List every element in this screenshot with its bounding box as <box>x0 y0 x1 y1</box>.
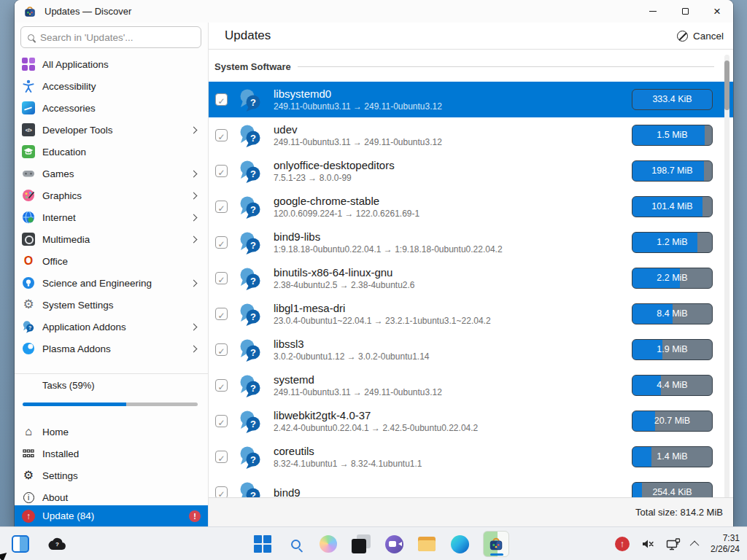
scrollbar-thumb[interactable] <box>724 61 729 110</box>
dark-app-icon <box>352 534 371 553</box>
download-size-badge[interactable]: 2.2 MiB <box>632 268 713 289</box>
minimize-button[interactable] <box>637 0 669 23</box>
checkbox-checked[interactable] <box>215 93 228 106</box>
section-title: System Software <box>214 61 291 72</box>
volume-muted-icon[interactable] <box>641 538 654 550</box>
maximize-button[interactable] <box>669 0 701 23</box>
checkbox-checked[interactable] <box>215 415 228 427</box>
footer-bar: Total size: 814.2 MiB <box>209 497 733 526</box>
sidebar-item-accessories[interactable]: Accessories <box>15 97 208 119</box>
title-bar: Updates — Discover × <box>15 0 733 23</box>
chevron-right-icon <box>190 345 198 352</box>
taskbar-search-button[interactable] <box>286 534 305 553</box>
chevron-right-icon <box>190 170 198 177</box>
checkbox-checked[interactable] <box>215 379 228 392</box>
sidebar-item-games[interactable]: Games <box>15 163 208 184</box>
widgets-icon[interactable] <box>12 535 29 553</box>
copilot-button[interactable] <box>319 534 338 553</box>
checkbox-checked[interactable] <box>215 451 228 463</box>
update-row-systemd[interactable]: systemd 249.11-0ubuntu3.11 → 249.11-0ubu… <box>209 368 733 403</box>
package-name: libssl3 <box>274 337 632 351</box>
search-input[interactable] <box>40 32 194 43</box>
download-size-badge[interactable]: 198.7 MiB <box>632 160 713 182</box>
checkbox-checked[interactable] <box>215 486 228 497</box>
section-header: System Software <box>214 59 714 74</box>
checkbox-checked[interactable] <box>215 308 228 320</box>
download-size-badge[interactable]: 254.4 KiB <box>632 482 713 497</box>
cancel-button[interactable]: Cancel <box>677 31 724 42</box>
update-row-libgl1-mesa-dri[interactable]: libgl1-mesa-dri 23.0.4-0ubuntu1~22.04.1 … <box>209 296 733 332</box>
download-size-badge[interactable]: 1.9 MiB <box>632 339 713 360</box>
checkbox-checked[interactable] <box>215 201 228 213</box>
package-versions: 3.0.2-0ubuntu1.12 → 3.0.2-0ubuntu1.14 <box>274 351 632 362</box>
sidebar-item-application-addons[interactable]: Application Addons <box>15 316 208 338</box>
edge-button[interactable] <box>450 534 469 553</box>
category-label: Plasma Addons <box>42 343 191 354</box>
download-size-badge[interactable]: 20.7 MiB <box>632 411 713 432</box>
weather-cloud-icon[interactable]: ? <box>48 536 67 552</box>
active-app-indicator <box>490 553 503 556</box>
sidebar-item-settings[interactable]: ⚙ Settings <box>15 464 208 486</box>
divider <box>15 373 208 374</box>
page-title: Updates <box>225 28 271 43</box>
scrollbar[interactable] <box>724 55 729 522</box>
window-title: Updates — Discover <box>44 6 131 17</box>
update-row-bind9-libs[interactable]: bind9-libs 1:9.18.18-0ubuntu0.22.04.1 → … <box>209 225 733 260</box>
update-row-binutils-x86-64-linux-gnu[interactable]: binutils-x86-64-linux-gnu 2.38-4ubuntu2.… <box>209 260 733 296</box>
category-label: Office <box>42 256 199 267</box>
tray-expand-icon[interactable] <box>690 540 700 550</box>
main-header: Updates Cancel <box>209 23 733 50</box>
checkbox-checked[interactable] <box>215 165 228 177</box>
update-row-udev[interactable]: udev 249.11-0ubuntu3.11 → 249.11-0ubuntu… <box>209 117 733 153</box>
update-row-bind9[interactable]: bind9 254.4 KiB <box>209 475 733 497</box>
category-label: Accessibility <box>42 81 199 92</box>
download-size-badge[interactable]: 101.4 MiB <box>632 196 713 217</box>
cancel-icon <box>677 31 688 42</box>
download-size-badge[interactable]: 8.4 MiB <box>632 303 713 324</box>
download-size-badge[interactable]: 4.4 MiB <box>632 375 713 396</box>
sidebar-item-plasma-addons[interactable]: Plasma Addons <box>15 338 208 359</box>
start-button[interactable] <box>253 534 272 553</box>
download-size-badge[interactable]: 1.4 MiB <box>632 446 713 467</box>
sidebar-item-developer-tools[interactable]: </> Developer Tools <box>15 119 208 141</box>
sidebar-item-accessibility[interactable]: Accessibility <box>15 75 208 97</box>
update-row-libwebkit2gtk-4-0-37[interactable]: libwebkit2gtk-4.0-37 2.42.4-0ubuntu0.22.… <box>209 403 733 439</box>
sidebar-item-system-settings[interactable]: ⚙ System Settings <box>15 294 208 316</box>
package-name: libwebkit2gtk-4.0-37 <box>274 408 632 422</box>
update-row-coreutils[interactable]: coreutils 8.32-4.1ubuntu1 → 8.32-4.1ubun… <box>209 439 733 475</box>
tray-update-icon[interactable]: ↑ <box>615 537 630 551</box>
office-icon: O <box>22 254 35 268</box>
sidebar-item-home[interactable]: ⌂ Home <box>15 421 208 443</box>
dark-app-button[interactable] <box>352 534 371 553</box>
sidebar-item-internet[interactable]: Internet <box>15 206 208 228</box>
sidebar-item-all-applications[interactable]: All Applications <box>15 53 208 75</box>
network-icon[interactable] <box>666 538 681 551</box>
update-row-onlyoffice-desktopeditors[interactable]: onlyoffice-desktopeditors 7.5.1-23 → 8.0… <box>209 153 733 189</box>
discover-taskbar-button[interactable] <box>483 531 509 557</box>
sidebar-item-update[interactable]: ↑ Update (84) ! <box>15 505 208 526</box>
search-icon <box>28 34 34 41</box>
close-button[interactable]: × <box>701 0 733 23</box>
checkbox-checked[interactable] <box>215 343 228 356</box>
checkbox-checked[interactable] <box>215 129 228 141</box>
update-row-libssl3[interactable]: libssl3 3.0.2-0ubuntu1.12 → 3.0.2-0ubunt… <box>209 332 733 368</box>
chat-button[interactable] <box>384 534 403 553</box>
download-size-badge[interactable]: 1.5 MiB <box>632 125 713 146</box>
sidebar-item-installed[interactable]: Installed <box>15 443 208 464</box>
nav-label: Installed <box>42 448 79 459</box>
checkbox-checked[interactable] <box>215 272 228 284</box>
sidebar-item-science-and-engineering[interactable]: Science and Engineering <box>15 272 208 294</box>
search-field[interactable] <box>20 26 201 48</box>
download-size-badge[interactable]: 1.2 MiB <box>632 232 713 253</box>
update-row-libsystemd0[interactable]: libsystemd0 249.11-0ubuntu3.11 → 249.11-… <box>209 82 733 117</box>
sidebar-item-office[interactable]: O Office <box>15 250 208 272</box>
download-size-badge[interactable]: 333.4 KiB <box>632 89 713 110</box>
file-explorer-button[interactable] <box>417 534 436 553</box>
taskbar-clock[interactable]: 7:31 2/26/24 <box>711 533 740 555</box>
update-row-google-chrome-stable[interactable]: google-chrome-stable 120.0.6099.224-1 → … <box>209 189 733 225</box>
sidebar-item-graphics[interactable]: Graphics <box>15 184 208 206</box>
sidebar-item-multimedia[interactable]: Multimedia <box>15 228 208 250</box>
sidebar-item-education[interactable]: Education <box>15 141 208 163</box>
installed-icon <box>22 447 35 460</box>
checkbox-checked[interactable] <box>215 236 228 249</box>
